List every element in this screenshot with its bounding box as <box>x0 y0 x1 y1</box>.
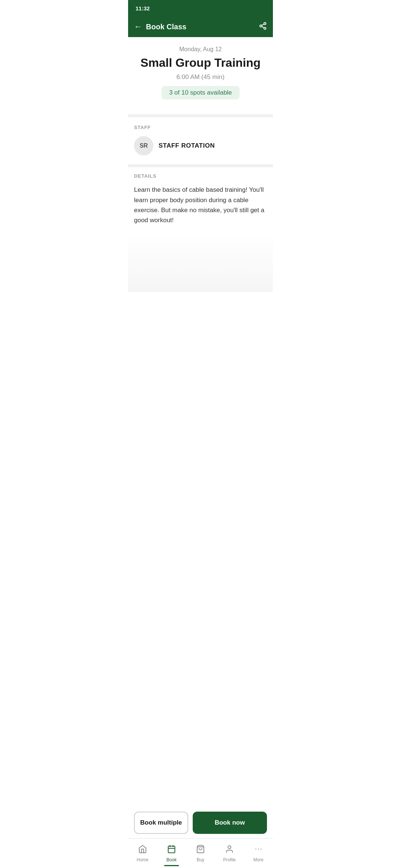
details-section: DETAILS Learn the basics of cable based … <box>128 167 273 233</box>
header-left: ← Book Class <box>134 22 186 32</box>
share-button[interactable] <box>259 22 267 32</box>
status-time: 11:32 <box>136 5 150 11</box>
svg-line-4 <box>262 24 264 25</box>
spacer <box>128 233 273 292</box>
class-date: Monday, Aug 12 <box>134 46 267 53</box>
staff-avatar: SR <box>134 136 153 155</box>
class-time: 6:00 AM (45 min) <box>134 73 267 81</box>
header: ← Book Class <box>128 16 273 37</box>
details-label: DETAILS <box>134 173 267 179</box>
staff-label: STAFF <box>134 125 267 130</box>
spots-badge: 3 of 10 spots available <box>162 86 239 99</box>
header-title: Book Class <box>146 23 186 31</box>
svg-line-3 <box>262 26 264 28</box>
spots-container: 3 of 10 spots available <box>134 86 267 101</box>
details-text: Learn the basics of cable based training… <box>134 185 267 225</box>
staff-name: STAFF ROTATION <box>159 142 215 149</box>
staff-row: SR STAFF ROTATION <box>134 136 267 155</box>
staff-section: STAFF SR STAFF ROTATION <box>128 117 273 164</box>
class-name: Small Group Training <box>134 56 267 70</box>
section-divider-2 <box>128 164 273 167</box>
status-bar: 11:32 <box>128 0 273 16</box>
section-divider <box>128 114 273 117</box>
back-button[interactable]: ← <box>134 22 142 32</box>
main-content: Monday, Aug 12 Small Group Training 6:00… <box>128 37 273 114</box>
